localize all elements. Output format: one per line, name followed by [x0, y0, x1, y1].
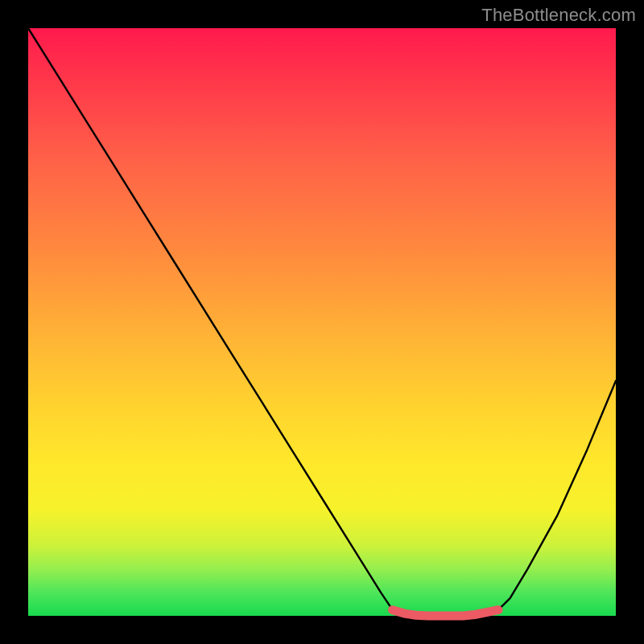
watermark-label: TheBottleneck.com: [481, 5, 636, 26]
curve-layer: [28, 28, 616, 616]
chart-frame: TheBottleneck.com: [0, 0, 644, 644]
bottleneck-curve: [28, 28, 616, 616]
sweet-spot-marker: [393, 610, 498, 616]
plot-area: [28, 28, 616, 616]
